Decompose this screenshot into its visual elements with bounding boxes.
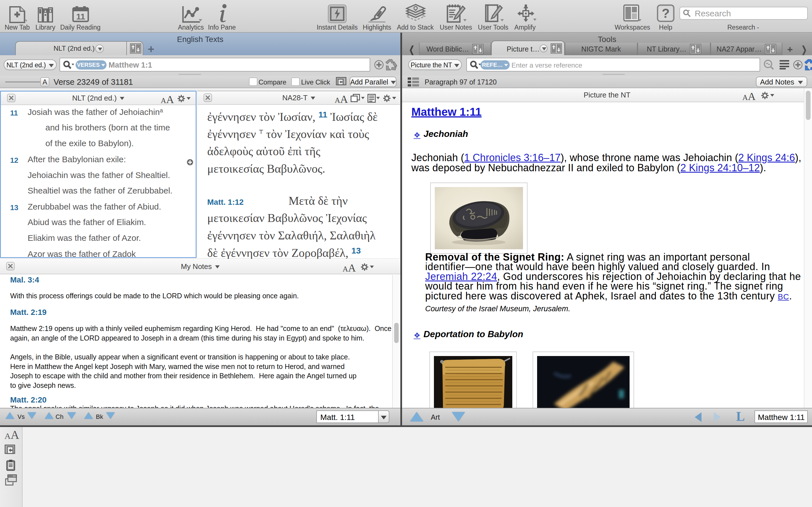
svg-text:?: ? [662,6,670,20]
svg-text:11: 11 [76,12,85,21]
